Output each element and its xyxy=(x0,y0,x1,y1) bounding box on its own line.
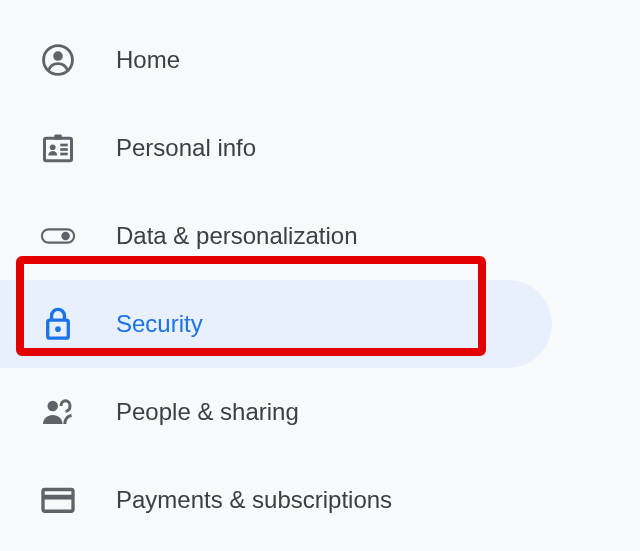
svg-rect-3 xyxy=(54,135,62,140)
sidebar-item-label: Personal info xyxy=(116,134,256,162)
svg-point-11 xyxy=(55,326,61,332)
svg-point-12 xyxy=(48,401,59,412)
svg-point-9 xyxy=(61,232,70,241)
sidebar-item-label: People & sharing xyxy=(116,398,299,426)
lock-icon xyxy=(40,306,76,342)
credit-card-icon xyxy=(40,482,76,518)
sidebar-item-label: Home xyxy=(116,46,180,74)
sidebar-nav: Home Personal info Data & personalizatio… xyxy=(0,0,640,544)
svg-rect-14 xyxy=(43,495,73,500)
sidebar-item-data-personalization[interactable]: Data & personalization xyxy=(0,192,640,280)
sidebar-item-label: Data & personalization xyxy=(116,222,357,250)
sidebar-item-security[interactable]: Security xyxy=(0,280,552,368)
sidebar-item-label: Payments & subscriptions xyxy=(116,486,392,514)
id-badge-icon xyxy=(40,130,76,166)
sidebar-item-home[interactable]: Home xyxy=(0,16,640,104)
people-icon xyxy=(40,394,76,430)
svg-point-4 xyxy=(50,144,56,150)
sidebar-item-payments-subscriptions[interactable]: Payments & subscriptions xyxy=(0,456,640,544)
sidebar-item-personal-info[interactable]: Personal info xyxy=(0,104,640,192)
sidebar-item-people-sharing[interactable]: People & sharing xyxy=(0,368,640,456)
toggle-icon xyxy=(40,218,76,254)
sidebar-item-label: Security xyxy=(116,310,203,338)
svg-rect-13 xyxy=(43,490,73,512)
svg-point-1 xyxy=(53,51,63,61)
account-circle-icon xyxy=(40,42,76,78)
